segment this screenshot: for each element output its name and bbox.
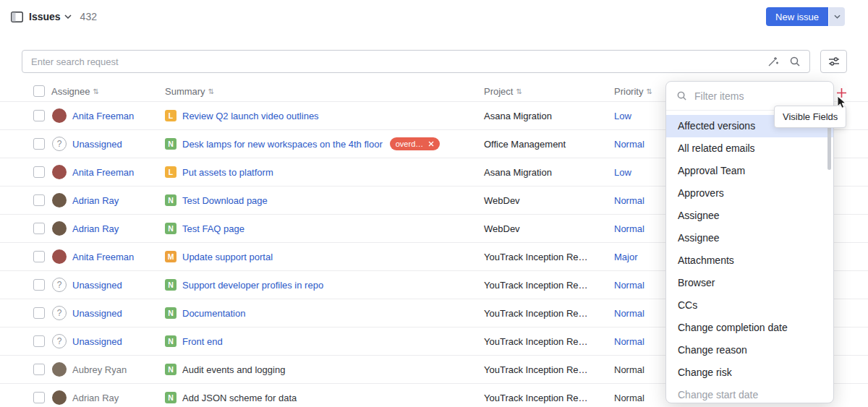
issue-summary-link[interactable]: Documentation — [182, 308, 245, 319]
assignee-name[interactable]: Unassigned — [72, 336, 122, 347]
popup-list-item[interactable]: Change completion date — [666, 317, 833, 339]
row-checkbox[interactable] — [33, 392, 45, 403]
issue-summary-link[interactable]: Put assets to platform — [182, 167, 273, 178]
search-icon[interactable] — [789, 56, 801, 67]
filter-search-icon — [676, 90, 687, 101]
new-issue-button[interactable]: New issue — [766, 7, 828, 26]
priority-cell[interactable]: Normal — [614, 364, 644, 375]
popup-list-item[interactable]: Change reason — [666, 339, 833, 361]
issue-summary-link[interactable]: Test Download page — [182, 195, 268, 206]
priority-cell[interactable]: Major — [614, 252, 638, 262]
row-checkbox[interactable] — [33, 335, 45, 347]
issue-summary-link[interactable]: Audit events and logging — [182, 364, 285, 375]
search-input[interactable] — [31, 56, 757, 67]
row-checkbox[interactable] — [33, 279, 45, 291]
issue-summary-link[interactable]: Test FAQ page — [182, 223, 244, 234]
issue-summary-link[interactable]: Desk lamps for new workspaces on the 4th… — [182, 139, 383, 150]
popup-list-item[interactable]: Change risk — [666, 361, 833, 384]
issue-summary-link[interactable]: Update support portal — [182, 252, 273, 262]
select-all-checkbox[interactable] — [33, 85, 45, 97]
column-header-assignee[interactable]: Assignee ⇅ — [51, 86, 99, 97]
popup-list-item[interactable]: Approvers — [666, 182, 833, 205]
row-checkbox[interactable] — [33, 307, 45, 319]
row-checkbox[interactable] — [33, 364, 45, 375]
priority-cell[interactable]: Normal — [614, 195, 644, 206]
summary-cell: Audit events and logging — [182, 364, 285, 375]
column-label-assignee: Assignee — [51, 86, 90, 97]
popup-list-item[interactable]: Attachments — [666, 249, 833, 272]
priority-cell[interactable]: Normal — [614, 139, 644, 150]
priority-cell[interactable]: Normal — [614, 308, 644, 319]
priority-cell[interactable]: Normal — [614, 280, 644, 291]
assignee-name[interactable]: Adrian Ray — [72, 393, 119, 403]
row-checkbox[interactable] — [33, 223, 45, 234]
project-cell: Office Management — [484, 139, 566, 150]
row-checkbox[interactable] — [33, 110, 45, 121]
assignee-name[interactable]: Aubrey Ryan — [72, 364, 127, 375]
issue-summary-link[interactable]: Front end — [182, 336, 223, 347]
summary-cell: Add JSON scheme for data — [182, 393, 297, 403]
assignee-name[interactable]: Unassigned — [72, 139, 122, 150]
assignee-name[interactable]: Anita Freeman — [72, 167, 134, 178]
row-checkbox[interactable] — [33, 251, 45, 262]
issues-count: 432 — [80, 11, 97, 22]
priority-cell[interactable]: Normal — [614, 336, 644, 347]
popup-list-item[interactable]: Assignee — [666, 205, 833, 227]
priority-badge: N — [165, 138, 176, 150]
summary-cell: Documentation — [182, 308, 245, 319]
popup-list-item[interactable]: Browser — [666, 272, 833, 294]
summary-cell: Put assets to platform — [182, 167, 273, 178]
filter-items-input[interactable] — [694, 90, 825, 102]
summary-cell: Desk lamps for new workspaces on the 4th… — [182, 137, 440, 150]
priority-badge: N — [165, 194, 176, 206]
ai-assist-icon[interactable] — [767, 56, 779, 67]
popup-list-item[interactable]: All related emails — [666, 137, 833, 160]
sort-icon: ⇅ — [516, 87, 522, 95]
assignee-avatar — [52, 193, 67, 207]
summary-cell: Update support portal — [182, 252, 273, 262]
search-settings-button[interactable] — [820, 50, 847, 73]
priority-cell[interactable]: Low — [614, 167, 631, 178]
assignee-name[interactable]: Unassigned — [72, 280, 122, 291]
summary-cell: Review Q2 launch video outlines — [182, 111, 319, 121]
popup-list-item[interactable]: Change start date — [666, 384, 833, 403]
row-checkbox[interactable] — [33, 138, 45, 150]
overdue-tag: overd… — [390, 137, 441, 150]
summary-cell: Test Download page — [182, 195, 268, 206]
assignee-name[interactable]: Anita Freeman — [72, 252, 134, 262]
assignee-avatar — [52, 249, 67, 264]
sort-icon: ⇅ — [93, 87, 98, 95]
popup-list-item[interactable]: Approval Team — [666, 160, 833, 182]
assignee-name[interactable]: Anita Freeman — [72, 111, 134, 121]
project-cell: YouTrack Inception Re… — [484, 364, 588, 375]
new-issue-split-button: New issue — [766, 7, 845, 26]
assignee-avatar — [52, 221, 67, 236]
row-checkbox[interactable] — [33, 194, 45, 206]
assignee-name[interactable]: Unassigned — [72, 308, 122, 319]
new-issue-caret-button[interactable] — [829, 7, 845, 26]
column-header-summary[interactable]: Summary ⇅ — [165, 86, 214, 97]
popup-list-item[interactable]: Assignee — [666, 227, 833, 249]
priority-cell[interactable]: Normal — [614, 223, 644, 234]
priority-cell[interactable]: Low — [614, 111, 631, 121]
column-header-priority[interactable]: Priority ⇅ — [614, 86, 652, 97]
row-checkbox[interactable] — [33, 166, 45, 178]
priority-badge: L — [165, 166, 176, 178]
project-cell: YouTrack Inception Re… — [484, 336, 588, 347]
assignee-name[interactable]: Adrian Ray — [72, 195, 119, 206]
assignee-name[interactable]: Adrian Ray — [72, 223, 119, 234]
tag-close-icon[interactable] — [428, 141, 434, 147]
add-field-plus-icon[interactable] — [835, 87, 848, 99]
issue-summary-link[interactable]: Support developer profiles in repo — [182, 280, 323, 291]
sidebar-toggle-icon[interactable] — [10, 11, 23, 22]
column-header-project[interactable]: Project ⇅ — [484, 86, 522, 97]
priority-cell[interactable]: Normal — [614, 393, 644, 403]
assignee-avatar — [52, 306, 67, 320]
sort-icon: ⇅ — [646, 87, 652, 95]
assignee-avatar — [52, 278, 67, 292]
popup-list-item[interactable]: CCs — [666, 294, 833, 317]
issue-summary-link[interactable]: Review Q2 launch video outlines — [182, 111, 319, 121]
issue-summary-link[interactable]: Add JSON scheme for data — [182, 393, 297, 403]
issues-dropdown-chevron-icon[interactable] — [64, 14, 72, 19]
tag-label: overd… — [396, 140, 424, 148]
